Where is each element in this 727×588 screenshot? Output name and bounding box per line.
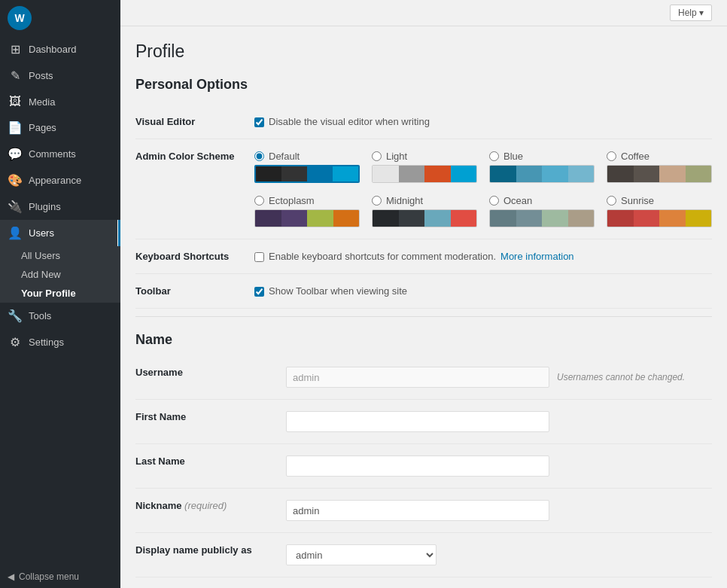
visual-editor-cell: Disable the visual editor when writing [254, 105, 712, 139]
username-field-row: Usernames cannot be changed. [286, 367, 712, 388]
color-scheme-default-radio[interactable] [254, 151, 264, 161]
swatch-color [516, 166, 543, 182]
collapse-menu-button[interactable]: ◀ Collapse menu [0, 565, 120, 588]
color-scheme-ectoplasm-radio[interactable] [254, 196, 264, 206]
dashboard-icon: ⊞ [8, 42, 23, 56]
sidebar-item-settings[interactable]: ⚙ Settings [0, 329, 120, 355]
sidebar-item-label: Users [29, 227, 54, 239]
sidebar-subitem-add-new[interactable]: Add New [0, 265, 120, 284]
color-scheme-coffee[interactable]: Coffee [607, 151, 712, 183]
color-scheme-blue-label: Blue [503, 151, 523, 162]
media-icon: 🖼 [8, 95, 23, 108]
display-name-row: Display name publicly as admin [135, 533, 712, 577]
swatch-color [607, 166, 634, 182]
personal-options-table: Visual Editor Disable the visual editor … [135, 105, 712, 309]
display-name-cell: admin [286, 533, 712, 577]
swatch-color [255, 210, 281, 227]
color-scheme-sunrise[interactable]: Sunrise [607, 195, 712, 227]
color-scheme-row: Admin Color Scheme Default [135, 139, 712, 239]
sidebar-subitem-all-users[interactable]: All Users [0, 246, 120, 265]
swatch-color [373, 210, 399, 227]
active-indicator [117, 220, 120, 246]
collapse-arrow-icon: ◀ [8, 571, 14, 582]
swatch-color [542, 166, 568, 182]
keyboard-shortcuts-checkbox-label[interactable]: Enable keyboard shortcuts for comment mo… [254, 251, 712, 262]
color-scheme-sunrise-radio[interactable] [607, 196, 616, 206]
sidebar-item-label: Media [29, 96, 55, 108]
color-scheme-ocean-swatch [489, 209, 595, 227]
keyboard-shortcuts-text: Enable keyboard shortcuts for comment mo… [269, 251, 496, 262]
display-name-select[interactable]: admin [286, 544, 437, 565]
sidebar-item-label: Dashboard [29, 44, 77, 55]
swatch-color [281, 210, 308, 227]
color-scheme-midnight-radio[interactable] [372, 196, 382, 206]
sidebar-item-users[interactable]: 👤 Users [0, 220, 120, 246]
color-scheme-midnight-swatch [372, 209, 477, 227]
nickname-row: Nickname (required) [135, 489, 712, 533]
color-scheme-ocean[interactable]: Ocean [489, 195, 595, 227]
color-scheme-default-swatch [254, 165, 360, 183]
plugins-icon: 🔌 [8, 200, 23, 214]
keyboard-shortcuts-more-info[interactable]: More information [500, 251, 574, 262]
color-scheme-ocean-radio[interactable] [489, 196, 499, 206]
nickname-input[interactable] [286, 500, 549, 521]
toolbar-checkbox-label[interactable]: Show Toolbar when viewing site [254, 285, 712, 297]
last-name-input[interactable] [286, 455, 549, 477]
users-icon: 👤 [8, 226, 23, 240]
visual-editor-checkbox-label[interactable]: Disable the visual editor when writing [254, 116, 712, 127]
name-section-title: Name [135, 332, 712, 348]
visual-editor-checkbox[interactable] [254, 117, 264, 127]
sidebar-item-appearance[interactable]: 🎨 Appearance [0, 167, 120, 193]
first-name-input[interactable] [286, 411, 549, 432]
visual-editor-row: Visual Editor Disable the visual editor … [135, 105, 712, 139]
comments-icon: 💬 [8, 147, 23, 161]
main-content: Help ▾ Profile Personal Options Visual E… [120, 0, 727, 588]
help-button[interactable]: Help ▾ [670, 5, 712, 21]
section-divider [135, 316, 712, 317]
keyboard-shortcuts-row: Keyboard Shortcuts Enable keyboard short… [135, 239, 712, 274]
color-scheme-light[interactable]: Light [372, 151, 477, 183]
color-scheme-default[interactable]: Default [254, 151, 360, 183]
swatch-color [607, 210, 634, 227]
sidebar-item-dashboard[interactable]: ⊞ Dashboard [0, 36, 120, 62]
swatch-color [424, 166, 451, 182]
appearance-icon: 🎨 [8, 173, 23, 187]
keyboard-shortcuts-checkbox[interactable] [254, 252, 264, 262]
toolbar-checkbox[interactable] [254, 287, 264, 297]
swatch-color [333, 166, 358, 181]
username-note: Usernames cannot be changed. [557, 372, 685, 382]
first-name-row: First Name [135, 400, 712, 444]
color-scheme-sunrise-label: Sunrise [621, 195, 654, 206]
color-scheme-coffee-radio[interactable] [607, 151, 616, 161]
swatch-color [686, 166, 712, 182]
sidebar-item-label: Settings [29, 337, 64, 348]
sidebar-item-label: Tools [29, 310, 51, 321]
toolbar-checkbox-text: Show Toolbar when viewing site [269, 285, 407, 297]
sidebar-item-plugins[interactable]: 🔌 Plugins [0, 193, 120, 220]
swatch-color [333, 210, 360, 227]
sidebar-item-posts[interactable]: ✎ Posts [0, 62, 120, 89]
first-name-label: First Name [135, 400, 286, 444]
swatch-color [659, 210, 686, 227]
username-input [286, 367, 549, 388]
keyboard-shortcuts-label: Keyboard Shortcuts [135, 239, 254, 274]
color-scheme-midnight[interactable]: Midnight [372, 195, 477, 227]
color-scheme-cell: Default [254, 139, 712, 239]
color-scheme-sunrise-swatch [607, 209, 712, 227]
sidebar-subitem-your-profile[interactable]: Your Profile [0, 284, 120, 303]
color-scheme-ectoplasm-swatch [254, 209, 360, 227]
swatch-color [451, 166, 477, 182]
nickname-label: Nickname (required) [135, 489, 286, 533]
sidebar-item-media[interactable]: 🖼 Media [0, 89, 120, 114]
sidebar-item-tools[interactable]: 🔧 Tools [0, 303, 120, 329]
color-scheme-light-radio[interactable] [372, 151, 382, 161]
sidebar-item-comments[interactable]: 💬 Comments [0, 141, 120, 167]
swatch-color [634, 166, 660, 182]
sidebar-item-pages[interactable]: 📄 Pages [0, 114, 120, 141]
settings-icon: ⚙ [8, 335, 23, 349]
color-scheme-ectoplasm[interactable]: Ectoplasm [254, 195, 360, 227]
color-scheme-blue-radio[interactable] [489, 151, 499, 161]
swatch-color [256, 166, 281, 181]
nickname-cell [286, 489, 712, 533]
color-scheme-blue[interactable]: Blue [489, 151, 595, 183]
